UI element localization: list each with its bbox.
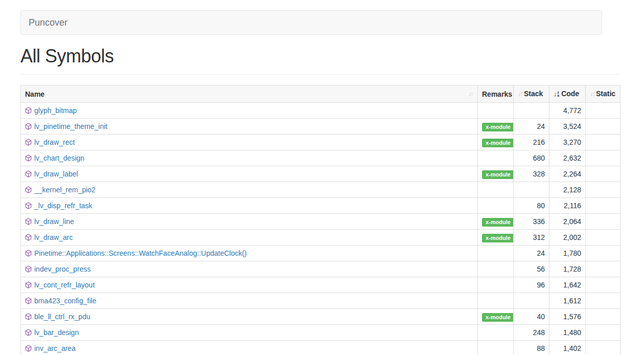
table-row: bma423_config_file 1,612 [21, 293, 620, 309]
symbol-cube-icon [25, 234, 32, 241]
page: Puncover All Symbols Name ↓↑ Remarks ↓↑S… [0, 0, 644, 355]
table-row: lv_draw_arc x-module 312 2,002 [21, 230, 620, 246]
code-value: 1,642 [549, 277, 586, 293]
table-row: __kernel_rem_pio2 2,128 [21, 182, 620, 198]
table-header-row: Name ↓↑ Remarks ↓↑Stack ↓zaCode ↓↑Static [21, 85, 620, 103]
column-label-static: Static [596, 90, 615, 98]
code-value: 2,116 [549, 198, 586, 214]
symbol-link[interactable]: glyph_bitmap [34, 106, 77, 115]
stack-value: 56 [514, 261, 549, 277]
symbol-link[interactable]: __kernel_rem_pio2 [34, 186, 96, 194]
symbol-link[interactable]: lv_draw_line [34, 217, 74, 226]
code-value: 2,128 [549, 182, 586, 198]
table-row: lv_draw_label x-module 328 2,264 [21, 166, 620, 182]
symbols-table-body: glyph_bitmap 4,772 lv_pinetime_theme_ini… [21, 103, 620, 355]
symbol-link[interactable]: bma423_config_file [34, 297, 96, 305]
symbol-link[interactable]: inv_arc_area [34, 344, 76, 352]
table-row: inv_arc_area 88 1,402 [21, 341, 620, 355]
symbol-link[interactable]: indev_proc_press [34, 265, 91, 273]
column-label-remarks: Remarks [482, 90, 512, 98]
symbol-link[interactable]: _lv_disp_refr_task [34, 202, 93, 210]
symbol-link[interactable]: lv_draw_rect [34, 138, 75, 146]
symbol-cube-icon [25, 281, 32, 289]
code-value: 1,402 [549, 341, 586, 355]
code-value: 2,264 [549, 166, 586, 182]
column-label-name: Name [25, 89, 44, 99]
symbol-cube-icon [25, 123, 32, 130]
navbar-brand[interactable]: Puncover [21, 17, 75, 28]
code-value: 1,612 [549, 293, 586, 309]
static-value [586, 246, 620, 261]
symbol-cube-icon [25, 218, 32, 225]
static-value [586, 198, 620, 214]
table-row: lv_chart_design 680 2,632 [21, 150, 620, 166]
symbol-link[interactable]: lv_cont_refr_layout [34, 281, 95, 289]
static-value [586, 277, 620, 293]
column-header-remarks[interactable]: Remarks [478, 85, 514, 103]
code-value: 1,728 [549, 261, 586, 277]
code-value: 2,002 [549, 230, 586, 246]
table-row: glyph_bitmap 4,772 [21, 103, 620, 119]
stack-value [514, 182, 549, 198]
symbol-cube-icon [25, 345, 32, 352]
stack-value: 88 [514, 341, 549, 355]
page-title: All Symbols [20, 46, 644, 67]
table-row: ble_ll_ctrl_rx_pdu x-module 40 1,576 [21, 309, 620, 325]
symbol-link[interactable]: lv_pinetime_theme_init [34, 122, 107, 130]
navbar: Puncover [20, 10, 602, 35]
stack-value: 80 [514, 198, 549, 214]
symbol-link[interactable]: lv_draw_label [34, 170, 78, 178]
symbol-link[interactable]: lv_draw_arc [34, 233, 73, 241]
symbol-link[interactable]: ble_ll_ctrl_rx_pdu [34, 313, 90, 321]
code-value: 2,064 [549, 214, 586, 230]
sort-unsorted-icon: ↓↑ [468, 89, 472, 99]
static-value [586, 214, 620, 230]
code-value: 1,576 [549, 309, 586, 325]
stack-value: 328 [514, 166, 549, 182]
symbol-cube-icon [25, 329, 32, 336]
column-header-name[interactable]: Name ↓↑ [21, 85, 478, 103]
symbol-cube-icon [25, 139, 32, 146]
symbols-table: Name ↓↑ Remarks ↓↑Stack ↓zaCode ↓↑Static [20, 85, 620, 355]
stack-value [514, 103, 549, 119]
table-row: indev_proc_press 56 1,728 [21, 261, 620, 277]
table-row: Pinetime::Applications::Screens::WatchFa… [21, 246, 620, 261]
symbol-cube-icon [25, 297, 32, 304]
symbol-link[interactable]: Pinetime::Applications::Screens::WatchFa… [34, 249, 247, 257]
stack-value: 24 [514, 119, 549, 135]
symbol-link[interactable]: lv_bar_design [34, 328, 79, 337]
static-value [586, 119, 620, 135]
x-module-badge: x-module [482, 170, 514, 179]
table-row: lv_pinetime_theme_init x-module 24 3,524 [21, 119, 620, 135]
column-header-static[interactable]: ↓↑Static [586, 85, 620, 103]
table-row: lv_draw_line x-module 336 2,064 [21, 214, 620, 230]
sort-descending-icon: ↓za [554, 89, 559, 99]
table-row: lv_draw_rect x-module 216 3,270 [21, 135, 620, 150]
stack-value: 312 [514, 230, 549, 246]
static-value [586, 182, 620, 198]
symbol-cube-icon [25, 202, 32, 209]
x-module-badge: x-module [482, 139, 514, 147]
symbol-cube-icon [25, 170, 32, 178]
column-label-code: Code [561, 90, 579, 98]
table-row: lv_cont_refr_layout 96 1,642 [21, 277, 620, 293]
symbol-link[interactable]: lv_chart_design [34, 154, 84, 162]
symbol-cube-icon [25, 154, 32, 162]
symbol-cube-icon [25, 250, 32, 257]
code-value: 1,780 [549, 246, 586, 261]
code-value: 3,524 [549, 119, 586, 135]
column-header-stack[interactable]: ↓↑Stack [514, 85, 549, 103]
symbol-cube-icon [25, 265, 32, 273]
stack-value: 24 [514, 246, 549, 261]
table-row: _lv_disp_refr_task 80 2,116 [21, 198, 620, 214]
stack-value: 216 [514, 135, 549, 150]
stack-value: 680 [514, 150, 549, 166]
column-header-code[interactable]: ↓zaCode [549, 85, 586, 103]
x-module-badge: x-module [482, 313, 514, 322]
code-value: 2,632 [549, 150, 586, 166]
sort-unsorted-icon: ↓↑ [590, 91, 594, 98]
stack-value: 248 [514, 325, 549, 341]
static-value [586, 135, 620, 150]
static-value [586, 150, 620, 166]
stack-value: 96 [514, 277, 549, 293]
